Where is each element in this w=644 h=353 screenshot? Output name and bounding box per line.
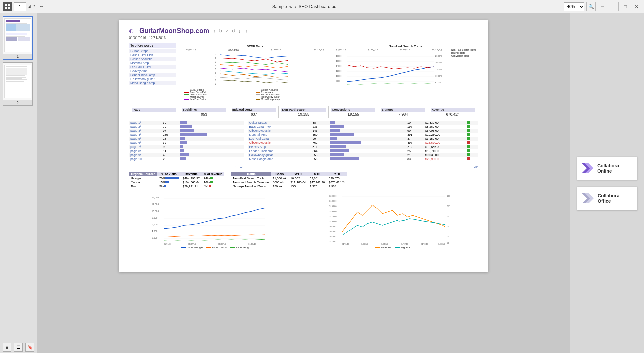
svg-text:01/03/16: 01/03/16	[361, 243, 368, 245]
page-number-input[interactable]: 1	[14, 2, 26, 11]
top-link-1[interactable]: ← TOP	[234, 165, 245, 168]
svg-text:$16,000: $16,000	[329, 205, 337, 207]
svg-text:200: 200	[447, 215, 450, 217]
nonpaid-chart: Non-Paid Search Traffic 01/01/1601/04/16…	[334, 43, 478, 102]
svg-text:16000: 16000	[336, 60, 342, 62]
search-button[interactable]: 🔍	[586, 2, 596, 11]
table-row: Peavey Amp311 212$10,885.00	[248, 145, 478, 149]
svg-text:5: 5	[215, 68, 216, 70]
page-thumb-label-2: 2	[3, 100, 32, 105]
svg-text:50: 50	[447, 242, 449, 244]
table-row: Non-paid Search Revenue 8000 wk$11,180.0…	[231, 180, 347, 184]
grid-view-button[interactable]: ⊞	[3, 343, 11, 352]
revenue-signups-chart: $20,000 $18,000 $16,000 $14,000 $12,000 …	[307, 192, 478, 249]
table-row: Bing 5% $29,921.21 4%	[129, 184, 224, 188]
dashboard-title: GuitarMoonShop.com	[139, 27, 209, 35]
revenue-svg: $20,000 $18,000 $16,000 $14,000 $12,000 …	[307, 192, 478, 245]
table-row: page-1/30	[129, 121, 244, 125]
svg-text:20.00%: 20.00%	[435, 62, 442, 64]
right-panel: Collabora Online Collabora Office	[570, 13, 644, 353]
close-button[interactable]: ✕	[632, 2, 641, 11]
keywords-box: Top Keywords Guitar Straps Bass Guitar P…	[129, 43, 176, 102]
kw-8: Hollowbody guitar	[129, 77, 176, 81]
svg-text:8: 8	[215, 79, 216, 81]
minimize-button[interactable]: —	[609, 2, 619, 11]
kw-6: Peavey Amp	[129, 69, 176, 73]
nonpaid-chart-title: Non-Paid Search Traffic	[335, 45, 476, 48]
table-row: Google 70% $494,296.97 74%	[129, 176, 224, 180]
svg-text:4: 4	[215, 64, 216, 67]
maximize-button[interactable]: □	[621, 2, 630, 11]
zoom-control: 40%50%75%100%	[564, 2, 584, 11]
grid-menu-btn[interactable]	[3, 2, 12, 11]
svg-rect-2	[5, 7, 7, 9]
table-row: Guitar Straps38 10$1,330.00	[248, 121, 478, 125]
svg-text:$18,000: $18,000	[329, 200, 337, 202]
collabora-office-card[interactable]: Collabora Office	[577, 187, 637, 210]
share-icon: ↻	[218, 28, 222, 34]
edit-button[interactable]: ✏	[37, 2, 46, 11]
zoom-select[interactable]: 40%50%75%100%	[564, 2, 584, 11]
svg-rect-0	[5, 4, 7, 6]
check-icon: ✓	[225, 28, 229, 34]
keywords-table-section: Guitar Straps38 10$1,330.00 Bass Guitar …	[248, 121, 478, 168]
stat-backlinks: Backlinks 953	[179, 106, 229, 118]
svg-text:14000: 14000	[336, 65, 342, 67]
collabora-online-card[interactable]: Collabora Online	[577, 157, 637, 180]
svg-text:01/07/16: 01/07/16	[218, 243, 226, 245]
bookmark-button[interactable]: 🔖	[25, 343, 34, 352]
document-content: ◐ GuitarMoonShop.com ♪ ↻ ✓ ↺ ↓ ♫ 01/01/2…	[37, 13, 570, 353]
serp-chart-title: SERP Rank	[184, 45, 325, 48]
table-row: Les Paul Guitar90 37$3,150.00	[248, 137, 478, 141]
grid-icon	[5, 4, 10, 9]
charts-row: Top Keywords Guitar Straps Bass Guitar P…	[129, 43, 478, 102]
organic-table: Organic Sources % of Visits Revenue % of…	[129, 172, 224, 188]
kw-3: Gibson Acoustic	[129, 57, 176, 61]
svg-rect-1	[8, 4, 10, 6]
table-row: page-5/18	[129, 137, 244, 141]
table-row: Gibson Acoustic143 90$5,005.00	[248, 129, 478, 133]
stat-revenue: Revenue 670,424	[428, 106, 478, 118]
stat-signups: Signups 7,984	[378, 106, 428, 118]
svg-text:01/07/16: 01/07/16	[401, 243, 408, 245]
kw-9: Mesa Boogie amp	[129, 81, 176, 85]
page-thumb-2[interactable]: 2	[3, 62, 33, 106]
svg-text:9: 9	[215, 83, 216, 85]
kw-5: Les Paul Guitar	[129, 65, 176, 69]
table-row: Marshall Amp550 391$19,250.00	[248, 133, 478, 137]
svg-text:$10,000: $10,000	[329, 220, 337, 222]
svg-text:$12,000: $12,000	[329, 215, 337, 217]
nonpaid-svg: 18000 16000 14000 12000 10000 8000 25.00…	[335, 52, 443, 89]
visits-pct-header: % of Visits	[157, 172, 181, 176]
svg-text:01/10/16: 01/10/16	[248, 243, 256, 245]
settings-icon: ♫	[244, 28, 247, 34]
organic-section: Organic Sources % of Visits Revenue % of…	[129, 172, 224, 188]
pages-table-section: page-1/30 page-2/79 page-3/97 page-	[129, 121, 244, 168]
table-row: page-2/79	[129, 125, 244, 129]
table-row: page-9/40	[129, 153, 244, 157]
svg-text:2: 2	[215, 57, 216, 59]
rev-pct-header: % of revenue	[202, 172, 224, 176]
svg-text:25.00%: 25.00%	[435, 55, 442, 57]
svg-text:15.00%: 15.00%	[435, 68, 442, 70]
table-row: Fender Black amp364 259$12,740.00	[248, 149, 478, 153]
page-thumb-1[interactable]: 1	[3, 16, 33, 60]
page-thumb-label-1: 1	[3, 54, 32, 59]
refresh-icon: ↺	[232, 28, 236, 34]
menu-button[interactable]: ☰	[598, 2, 607, 11]
bottom-charts: 14,000 12,000 10,000 8,000 6,000 4,000 2…	[129, 192, 478, 249]
list-view-button[interactable]: ☰	[14, 343, 23, 352]
page-navigation: 1 of 2	[14, 2, 35, 11]
svg-text:01/01/16: 01/01/16	[164, 243, 172, 245]
table-row: page-10/20	[129, 157, 244, 161]
collabora-online-name: Collabora Online	[597, 163, 634, 174]
serp-chart-area: 1 2 3 4 5 6 7 8 9	[184, 52, 325, 89]
sidebar: 1 2	[0, 13, 37, 353]
svg-text:01/05/16: 01/05/16	[381, 243, 388, 245]
svg-text:$20,000: $20,000	[329, 195, 337, 197]
revenue-header: Revenue	[181, 172, 202, 176]
visits-svg: 14,000 12,000 10,000 8,000 6,000 4,000 2…	[129, 192, 300, 245]
top-link-2[interactable]: ← TOP	[468, 165, 478, 168]
table-row: page-4/285	[129, 133, 244, 137]
wtd-header: WTD	[288, 172, 308, 176]
